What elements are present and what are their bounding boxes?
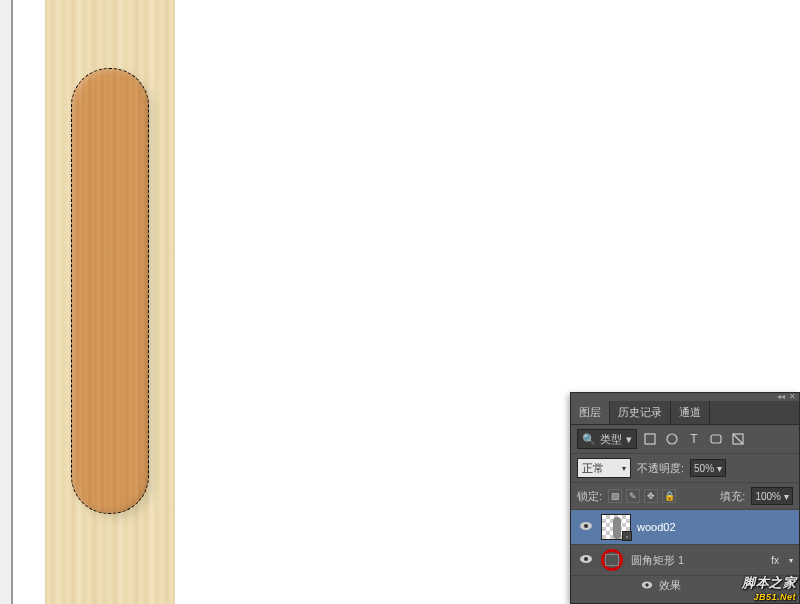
close-icon[interactable]: ✕ bbox=[789, 393, 796, 401]
collapse-icon[interactable]: ◂◂ bbox=[777, 393, 785, 401]
fill-label: 填充: bbox=[720, 489, 745, 504]
blend-mode-select[interactable]: 正常 ▾ bbox=[577, 458, 631, 478]
filter-adjust-icon[interactable] bbox=[663, 430, 681, 448]
chevron-down-icon: ▾ bbox=[717, 463, 722, 474]
svg-point-10 bbox=[645, 583, 648, 586]
layer-name[interactable]: 圆角矩形 1 bbox=[631, 553, 765, 568]
lock-row: 锁定: ▧ ✎ ✥ 🔒 填充: 100% ▾ bbox=[571, 483, 799, 510]
vector-mask-highlight[interactable] bbox=[601, 549, 623, 571]
layer-filter-select[interactable]: 🔍 类型 ▾ bbox=[577, 429, 637, 449]
filter-row: 🔍 类型 ▾ T bbox=[571, 425, 799, 454]
layer-row[interactable]: ▫ wood02 bbox=[571, 510, 799, 545]
lock-paint-icon[interactable]: ✎ bbox=[626, 489, 640, 503]
filter-pixel-icon[interactable] bbox=[641, 430, 659, 448]
layers-panel: ◂◂ ✕ 图层 历史记录 通道 🔍 类型 ▾ T 正常 ▾ 不透明度: bbox=[570, 392, 800, 604]
filter-shape-icon[interactable] bbox=[707, 430, 725, 448]
layer-row[interactable]: 圆角矩形 1 fx ▾ bbox=[571, 545, 799, 576]
layer-name[interactable]: wood02 bbox=[637, 521, 793, 533]
svg-point-6 bbox=[584, 524, 588, 528]
fx-badge[interactable]: fx bbox=[771, 555, 779, 566]
search-icon: 🔍 bbox=[582, 433, 596, 446]
opacity-label: 不透明度: bbox=[637, 461, 684, 476]
opacity-input[interactable]: 50% ▾ bbox=[690, 459, 726, 477]
chevron-down-icon[interactable]: ▾ bbox=[789, 556, 793, 565]
lock-buttons: ▧ ✎ ✥ 🔒 bbox=[608, 489, 676, 503]
lock-label: 锁定: bbox=[577, 489, 602, 504]
vertical-ruler bbox=[0, 0, 12, 604]
filter-label: 类型 bbox=[600, 432, 622, 447]
layer-list: ▫ wood02 圆角矩形 1 fx ▾ 效果 bbox=[571, 510, 799, 597]
svg-point-1 bbox=[667, 434, 677, 444]
chevron-down-icon: ▾ bbox=[626, 433, 632, 446]
layer-effect-row[interactable]: 效果 bbox=[571, 576, 799, 597]
app-root: ◂◂ ✕ 图层 历史记录 通道 🔍 类型 ▾ T 正常 ▾ 不透明度: bbox=[0, 0, 800, 604]
layer-thumbnail[interactable]: ▫ bbox=[601, 514, 631, 540]
blend-mode-value: 正常 bbox=[582, 461, 604, 476]
smart-object-badge-icon: ▫ bbox=[622, 531, 632, 541]
filter-smart-icon[interactable] bbox=[729, 430, 747, 448]
tab-history[interactable]: 历史记录 bbox=[610, 401, 671, 424]
visibility-eye-icon[interactable] bbox=[579, 552, 593, 568]
panel-tabs: 图层 历史记录 通道 bbox=[571, 401, 799, 425]
lock-transparency-icon[interactable]: ▧ bbox=[608, 489, 622, 503]
filter-type-icon[interactable]: T bbox=[685, 430, 703, 448]
lock-position-icon[interactable]: ✥ bbox=[644, 489, 658, 503]
blend-row: 正常 ▾ 不透明度: 50% ▾ bbox=[571, 454, 799, 483]
svg-line-4 bbox=[733, 434, 743, 444]
svg-point-8 bbox=[584, 557, 588, 561]
chevron-down-icon: ▾ bbox=[622, 464, 626, 473]
tab-layers[interactable]: 图层 bbox=[571, 401, 610, 424]
visibility-eye-icon[interactable] bbox=[641, 579, 653, 593]
rounded-rectangle-shape[interactable] bbox=[71, 68, 149, 514]
chevron-down-icon: ▾ bbox=[784, 491, 789, 502]
fill-value: 100% bbox=[755, 491, 781, 502]
svg-rect-2 bbox=[711, 435, 721, 443]
svg-rect-0 bbox=[645, 434, 655, 444]
fill-input[interactable]: 100% ▾ bbox=[751, 487, 793, 505]
lock-all-icon[interactable]: 🔒 bbox=[662, 489, 676, 503]
opacity-value: 50% bbox=[694, 463, 714, 474]
effects-label: 效果 bbox=[659, 578, 681, 593]
visibility-eye-icon[interactable] bbox=[579, 519, 593, 535]
panel-topbar: ◂◂ ✕ bbox=[571, 393, 799, 401]
tab-channels[interactable]: 通道 bbox=[671, 401, 710, 424]
